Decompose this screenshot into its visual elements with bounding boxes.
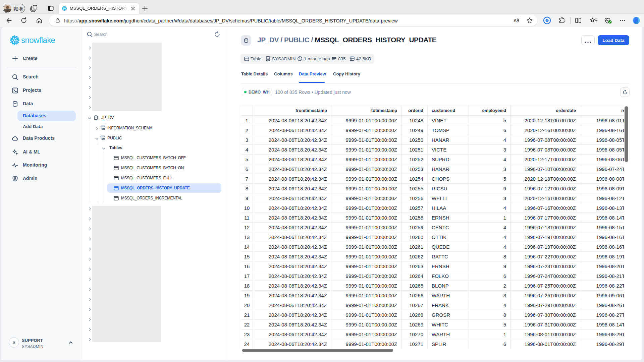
svg-text:A: A bbox=[514, 18, 517, 23]
